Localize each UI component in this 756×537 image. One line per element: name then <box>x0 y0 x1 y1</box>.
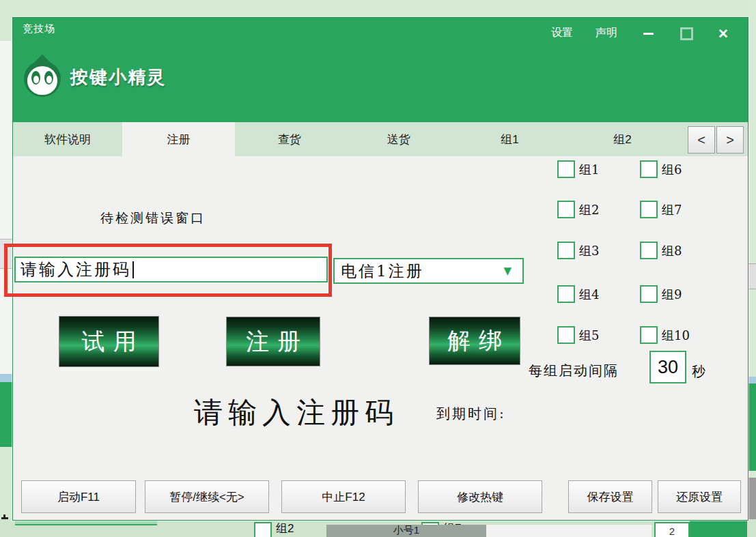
tab-scroll-right-button[interactable]: > <box>716 126 744 154</box>
group7-checkbox[interactable] <box>640 201 658 218</box>
error-window-label: 待检测错误窗口 <box>100 209 206 227</box>
menu-settings[interactable]: 设置 <box>551 26 573 40</box>
group2-checkbox[interactable] <box>557 201 575 218</box>
background-white-bar <box>486 525 652 537</box>
edit-hotkey-button[interactable]: 修改热键 <box>418 480 542 513</box>
background-right-bluesliver <box>748 377 756 383</box>
group6-checkbox[interactable] <box>640 160 658 178</box>
group5-checkbox[interactable] <box>557 326 575 344</box>
group10-label: 组10 <box>662 328 690 344</box>
abort-button[interactable]: 中止F12 <box>281 480 406 513</box>
menu-statement[interactable]: 声明 <box>596 26 617 40</box>
pause-resume-button[interactable]: 暂停/继续<无> <box>145 480 269 513</box>
tab-register[interactable]: 注册 <box>122 122 235 156</box>
unbind-button[interactable]: 解绑 <box>429 317 520 365</box>
restore-settings-button[interactable]: 还原设置 <box>658 480 741 513</box>
group8-checkbox[interactable] <box>640 242 658 259</box>
group6-label: 组6 <box>662 162 682 178</box>
status-message: 请输入注册码 <box>194 394 399 432</box>
group2-label: 组2 <box>579 202 599 218</box>
interval-input[interactable]: 30 <box>649 351 686 383</box>
group10-checkbox[interactable] <box>640 326 658 344</box>
interval-unit-label: 秒 <box>692 362 705 381</box>
tab-scroll-left-button[interactable]: < <box>688 126 715 154</box>
trial-button[interactable]: 试用 <box>59 316 159 367</box>
minimize-button[interactable] <box>636 25 660 42</box>
tab-bar: 软件说明 注册 查货 送货 组1 组2 < > <box>13 122 748 156</box>
titlebar: 竞技场 设置 声明 ✕ 按键小精灵 <box>13 18 748 122</box>
group1-checkbox[interactable] <box>557 160 575 178</box>
group5-label: 组5 <box>579 328 599 344</box>
group1-label: 组1 <box>579 162 599 178</box>
background-left-greenblock <box>0 382 12 447</box>
background-left-bluesliver <box>0 374 12 382</box>
brand-area: 按键小精灵 <box>23 57 166 97</box>
desktop: 组2 组7 小号1 2 竞技场 设置 声明 ✕ 按 <box>0 0 756 537</box>
maximize-icon <box>680 27 693 40</box>
background-group-checkbox[interactable] <box>254 522 272 537</box>
background-gray-bar: 小号1 <box>326 525 486 537</box>
maximize-button[interactable] <box>674 25 699 42</box>
register-button[interactable]: 注册 <box>226 317 320 366</box>
background-green-underline <box>15 520 157 525</box>
group4-checkbox[interactable] <box>557 285 575 303</box>
group9-label: 组9 <box>662 287 682 303</box>
background-green-block <box>690 520 747 537</box>
expiry-label: 到期时间: <box>436 405 506 423</box>
group7-label: 组7 <box>662 202 682 218</box>
save-settings-button[interactable]: 保存设置 <box>568 480 652 513</box>
tab-software-info[interactable]: 软件说明 <box>13 122 122 156</box>
group4-label: 组4 <box>579 287 599 303</box>
background-value-box: 2 <box>654 522 690 537</box>
server-select-value: 电信1注册 <box>341 261 424 282</box>
tab-check-goods[interactable]: 查货 <box>235 122 344 156</box>
tab-group2[interactable]: 组2 <box>566 122 679 156</box>
window-title: 竞技场 <box>23 23 55 35</box>
background-right-graybox <box>748 263 756 289</box>
annotation-highlight-box <box>4 244 332 297</box>
interval-label: 每组启动间隔 <box>529 362 619 380</box>
tab-group1[interactable]: 组1 <box>453 122 566 156</box>
background-group-label: 组2 <box>276 521 294 536</box>
close-button[interactable]: ✕ <box>711 25 736 42</box>
background-gray-bar-label: 小号1 <box>393 525 419 537</box>
brand-name: 按键小精灵 <box>70 66 166 89</box>
background-left-white <box>0 41 12 239</box>
app-logo-icon <box>23 57 62 97</box>
group3-label: 组3 <box>579 243 599 259</box>
chevron-down-icon: ▼ <box>503 265 514 277</box>
group3-checkbox[interactable] <box>557 242 575 259</box>
server-select[interactable]: 电信1注册 ▼ <box>333 258 524 284</box>
start-button[interactable]: 启动F11 <box>21 480 136 513</box>
background-right-greenblock <box>748 383 756 471</box>
tab-deliver-goods[interactable]: 送货 <box>344 122 453 156</box>
minimize-icon <box>643 33 654 35</box>
group8-label: 组8 <box>662 243 682 259</box>
group9-checkbox[interactable] <box>640 285 658 303</box>
